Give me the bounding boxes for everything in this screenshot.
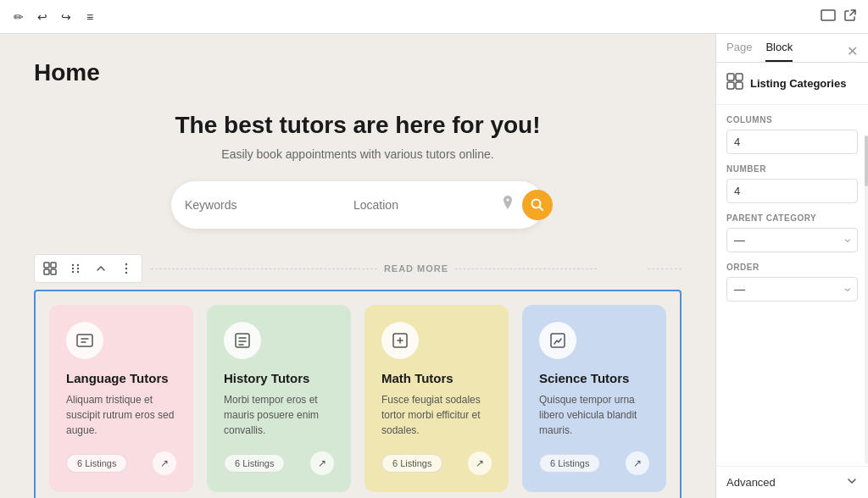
columns-input[interactable] — [726, 130, 858, 154]
block-name: Listing Categories — [750, 77, 846, 90]
panel-close-button[interactable]: ✕ — [847, 43, 858, 59]
hero-subtext: Easily book appointments with various tu… — [34, 147, 682, 161]
listings-badge: 6 Listings — [66, 454, 127, 473]
listings-badge: 6 Listings — [539, 454, 600, 473]
card-title: History Tutors — [224, 371, 334, 385]
panel-content: COLUMNS NUMBER PARENT CATEGORY — ORDER — — [716, 105, 868, 466]
listing-categories-icon — [726, 73, 743, 94]
card-footer: 6 Listings ↗ — [224, 451, 334, 475]
card-icon — [66, 322, 103, 359]
card-title: Math Tutors — [381, 371, 492, 385]
svg-rect-6 — [51, 269, 56, 274]
category-card: History Tutors Morbi tempor eros et maur… — [207, 305, 351, 492]
canvas-area: Home The best tutors are here for you! E… — [0, 34, 715, 498]
search-keywords-input[interactable] — [185, 198, 333, 212]
card-icon — [539, 322, 576, 359]
svg-point-14 — [125, 268, 127, 269]
main-layout: Home The best tutors are here for you! E… — [0, 34, 868, 498]
external-link-icon[interactable] — [843, 8, 858, 26]
undo-icon[interactable]: ↩ — [34, 8, 51, 25]
svg-point-13 — [125, 263, 127, 265]
panel-block-header: Listing Categories — [716, 63, 868, 105]
window-mode-icon[interactable] — [821, 8, 836, 26]
svg-point-12 — [77, 271, 79, 273]
card-icon — [224, 322, 261, 359]
read-more-label: READ MORE — [377, 263, 455, 274]
order-label: ORDER — [726, 263, 858, 272]
block-drag-btn[interactable] — [64, 257, 87, 280]
order-select[interactable]: — — [726, 277, 858, 302]
right-panel: Page Block ✕ Listing Categories COLUMNS … — [715, 34, 868, 498]
svg-rect-22 — [727, 82, 734, 89]
card-icon — [381, 322, 419, 359]
parent-category-select[interactable]: — — [726, 228, 858, 252]
card-title: Science Tutors — [539, 371, 649, 385]
svg-line-2 — [540, 208, 543, 211]
listings-badge: 6 Listings — [224, 454, 285, 473]
parent-category-select-wrapper: — — [726, 228, 858, 252]
redo-icon[interactable]: ↪ — [58, 8, 75, 25]
panel-scrollbar[interactable] — [865, 136, 868, 464]
page-title: Home — [34, 59, 682, 86]
toolbar: ✏ ↩ ↪ ≡ — [0, 0, 868, 34]
number-input[interactable] — [726, 179, 858, 203]
number-label: NUMBER — [726, 164, 858, 174]
panel-tabs-wrapper: Page Block ✕ — [716, 34, 868, 63]
chevron-down-icon — [846, 475, 858, 490]
block-more-btn[interactable] — [114, 257, 138, 280]
svg-rect-16 — [77, 335, 92, 346]
tab-block[interactable]: Block — [765, 41, 793, 62]
hero-heading: The best tutors are here for you! — [34, 112, 682, 139]
svg-point-15 — [125, 272, 127, 274]
parent-category-label: PARENT CATEGORY — [726, 213, 858, 223]
card-footer: 6 Listings ↗ — [539, 451, 649, 475]
card-footer: 6 Listings ↗ — [66, 451, 176, 475]
categories-container: Language Tutors Aliquam tristique et sus… — [34, 290, 682, 498]
svg-point-10 — [77, 268, 79, 269]
category-card: Math Tutors Fusce feugiat sodales tortor… — [364, 305, 509, 492]
search-button[interactable] — [522, 190, 553, 220]
card-footer: 6 Listings ↗ — [381, 451, 492, 475]
block-toolbar — [34, 254, 142, 283]
panel-tabs-group: Page Block — [726, 41, 793, 62]
columns-label: COLUMNS — [726, 115, 858, 125]
card-description: Fusce feugiat sodales tortor morbi effic… — [381, 392, 492, 438]
svg-rect-3 — [44, 263, 49, 268]
block-move-up-btn[interactable] — [89, 257, 113, 280]
svg-rect-4 — [51, 263, 56, 268]
svg-point-9 — [72, 268, 74, 269]
card-description: Aliquam tristique et suscipit rutrum ero… — [66, 392, 176, 438]
svg-point-8 — [77, 264, 79, 266]
card-description: Morbi tempor eros et mauris posuere enim… — [224, 392, 334, 438]
svg-rect-23 — [736, 82, 743, 89]
svg-rect-5 — [44, 269, 49, 274]
card-arrow-button[interactable]: ↗ — [626, 451, 649, 475]
search-location-input[interactable] — [353, 198, 502, 212]
card-arrow-button[interactable]: ↗ — [310, 451, 334, 475]
categories-grid: Language Tutors Aliquam tristique et sus… — [49, 305, 666, 492]
block-icon-btn[interactable] — [38, 257, 62, 280]
svg-rect-0 — [821, 10, 835, 20]
category-card: Science Tutors Quisque tempor urna liber… — [522, 305, 666, 492]
card-description: Quisque tempor urna libero vehicula blan… — [539, 392, 649, 438]
edit-icon[interactable]: ✏ — [10, 8, 27, 25]
svg-point-11 — [72, 271, 74, 273]
card-arrow-button[interactable]: ↗ — [468, 451, 492, 475]
listings-badge: 6 Listings — [381, 454, 442, 473]
tab-page[interactable]: Page — [726, 41, 752, 62]
list-icon[interactable]: ≡ — [81, 8, 98, 25]
search-bar — [171, 181, 544, 229]
advanced-button[interactable]: Advanced — [716, 466, 868, 498]
card-arrow-button[interactable]: ↗ — [153, 451, 176, 475]
order-select-wrapper: — — [726, 277, 858, 302]
svg-rect-20 — [727, 74, 734, 80]
svg-rect-21 — [736, 74, 743, 80]
category-card: Language Tutors Aliquam tristique et sus… — [49, 305, 193, 492]
hero-section: The best tutors are here for you! Easily… — [34, 112, 682, 229]
location-icon — [502, 196, 514, 214]
block-controls: READ MORE — [34, 254, 682, 283]
card-title: Language Tutors — [66, 371, 176, 385]
svg-point-7 — [72, 264, 74, 266]
advanced-label: Advanced — [726, 476, 776, 489]
